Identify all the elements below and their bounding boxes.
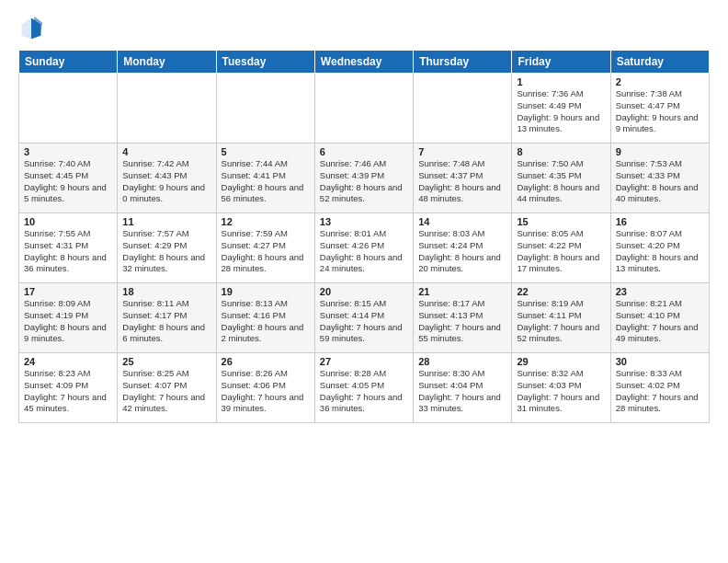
week-row-3: 10Sunrise: 7:55 AM Sunset: 4:31 PM Dayli… (19, 213, 710, 283)
day-info: Sunrise: 8:23 AM Sunset: 4:09 PM Dayligh… (24, 368, 112, 415)
week-row-5: 24Sunrise: 8:23 AM Sunset: 4:09 PM Dayli… (19, 353, 710, 423)
weekday-header-friday: Friday (512, 51, 610, 74)
calendar-cell: 3Sunrise: 7:40 AM Sunset: 4:45 PM Daylig… (19, 144, 118, 213)
weekday-header-wednesday: Wednesday (314, 51, 413, 74)
day-number: 29 (517, 356, 605, 367)
day-info: Sunrise: 7:50 AM Sunset: 4:35 PM Dayligh… (517, 158, 605, 205)
day-number: 13 (320, 216, 408, 227)
page: SundayMondayTuesdayWednesdayThursdayFrid… (0, 0, 728, 563)
calendar-cell: 20Sunrise: 8:15 AM Sunset: 4:14 PM Dayli… (314, 283, 413, 353)
calendar-cell: 9Sunrise: 7:53 AM Sunset: 4:33 PM Daylig… (610, 144, 709, 213)
calendar-cell: 4Sunrise: 7:42 AM Sunset: 4:43 PM Daylig… (118, 144, 216, 213)
day-info: Sunrise: 8:17 AM Sunset: 4:13 PM Dayligh… (418, 298, 506, 345)
calendar-cell: 29Sunrise: 8:32 AM Sunset: 4:03 PM Dayli… (512, 353, 610, 423)
day-info: Sunrise: 7:44 AM Sunset: 4:41 PM Dayligh… (222, 158, 310, 205)
day-info: Sunrise: 7:40 AM Sunset: 4:45 PM Dayligh… (24, 158, 112, 205)
logo (18, 15, 48, 40)
calendar-cell: 6Sunrise: 7:46 AM Sunset: 4:39 PM Daylig… (314, 144, 413, 213)
day-info: Sunrise: 8:01 AM Sunset: 4:26 PM Dayligh… (320, 228, 408, 275)
week-row-2: 3Sunrise: 7:40 AM Sunset: 4:45 PM Daylig… (19, 144, 710, 213)
day-info: Sunrise: 8:30 AM Sunset: 4:04 PM Dayligh… (418, 368, 506, 415)
day-info: Sunrise: 7:55 AM Sunset: 4:31 PM Dayligh… (24, 228, 112, 275)
calendar-cell: 13Sunrise: 8:01 AM Sunset: 4:26 PM Dayli… (314, 213, 413, 283)
calendar-cell: 1Sunrise: 7:36 AM Sunset: 4:49 PM Daylig… (512, 74, 610, 144)
day-info: Sunrise: 7:36 AM Sunset: 4:49 PM Dayligh… (517, 88, 605, 135)
day-number: 5 (222, 146, 310, 157)
day-number: 25 (122, 356, 210, 367)
day-number: 18 (122, 286, 210, 297)
calendar-cell (216, 74, 314, 144)
day-info: Sunrise: 7:53 AM Sunset: 4:33 PM Dayligh… (616, 158, 704, 205)
calendar-cell: 14Sunrise: 8:03 AM Sunset: 4:24 PM Dayli… (414, 213, 512, 283)
calendar-cell: 2Sunrise: 7:38 AM Sunset: 4:47 PM Daylig… (610, 74, 709, 144)
calendar-cell: 19Sunrise: 8:13 AM Sunset: 4:16 PM Dayli… (216, 283, 314, 353)
day-info: Sunrise: 8:13 AM Sunset: 4:16 PM Dayligh… (222, 298, 310, 345)
day-number: 3 (24, 146, 112, 157)
day-number: 22 (517, 286, 605, 297)
day-info: Sunrise: 7:46 AM Sunset: 4:39 PM Dayligh… (320, 158, 408, 205)
day-info: Sunrise: 8:19 AM Sunset: 4:11 PM Dayligh… (517, 298, 605, 345)
calendar-cell (414, 74, 512, 144)
day-number: 30 (616, 356, 704, 367)
weekday-header-sunday: Sunday (19, 51, 118, 74)
day-number: 4 (122, 146, 210, 157)
calendar-cell: 10Sunrise: 7:55 AM Sunset: 4:31 PM Dayli… (19, 213, 118, 283)
calendar-cell (314, 74, 413, 144)
day-info: Sunrise: 8:15 AM Sunset: 4:14 PM Dayligh… (320, 298, 408, 345)
weekday-header-tuesday: Tuesday (216, 51, 314, 74)
day-number: 2 (616, 76, 704, 87)
calendar-cell: 22Sunrise: 8:19 AM Sunset: 4:11 PM Dayli… (512, 283, 610, 353)
calendar-cell: 30Sunrise: 8:33 AM Sunset: 4:02 PM Dayli… (610, 353, 709, 423)
day-info: Sunrise: 8:07 AM Sunset: 4:20 PM Dayligh… (616, 228, 704, 275)
day-info: Sunrise: 7:42 AM Sunset: 4:43 PM Dayligh… (122, 158, 210, 205)
day-info: Sunrise: 8:26 AM Sunset: 4:06 PM Dayligh… (222, 368, 310, 415)
calendar-cell: 17Sunrise: 8:09 AM Sunset: 4:19 PM Dayli… (19, 283, 118, 353)
day-number: 12 (222, 216, 310, 227)
day-info: Sunrise: 8:28 AM Sunset: 4:05 PM Dayligh… (320, 368, 408, 415)
day-number: 16 (616, 216, 704, 227)
day-number: 20 (320, 286, 408, 297)
day-number: 15 (517, 216, 605, 227)
header (18, 15, 710, 40)
calendar-cell (19, 74, 118, 144)
calendar-cell: 7Sunrise: 7:48 AM Sunset: 4:37 PM Daylig… (414, 144, 512, 213)
calendar-cell: 25Sunrise: 8:25 AM Sunset: 4:07 PM Dayli… (118, 353, 216, 423)
day-number: 17 (24, 286, 112, 297)
day-info: Sunrise: 8:09 AM Sunset: 4:19 PM Dayligh… (24, 298, 112, 345)
day-number: 28 (418, 356, 506, 367)
weekday-header-thursday: Thursday (414, 51, 512, 74)
day-number: 6 (320, 146, 408, 157)
calendar-cell: 24Sunrise: 8:23 AM Sunset: 4:09 PM Dayli… (19, 353, 118, 423)
day-info: Sunrise: 8:05 AM Sunset: 4:22 PM Dayligh… (517, 228, 605, 275)
calendar-cell: 16Sunrise: 8:07 AM Sunset: 4:20 PM Dayli… (610, 213, 709, 283)
day-number: 24 (24, 356, 112, 367)
calendar-cell: 27Sunrise: 8:28 AM Sunset: 4:05 PM Dayli… (314, 353, 413, 423)
calendar-cell: 26Sunrise: 8:26 AM Sunset: 4:06 PM Dayli… (216, 353, 314, 423)
day-number: 11 (122, 216, 210, 227)
calendar-cell: 23Sunrise: 8:21 AM Sunset: 4:10 PM Dayli… (610, 283, 709, 353)
day-number: 7 (418, 146, 506, 157)
day-info: Sunrise: 8:21 AM Sunset: 4:10 PM Dayligh… (616, 298, 704, 345)
day-number: 8 (517, 146, 605, 157)
day-info: Sunrise: 7:59 AM Sunset: 4:27 PM Dayligh… (222, 228, 310, 275)
logo-icon (18, 15, 44, 40)
day-info: Sunrise: 7:57 AM Sunset: 4:29 PM Dayligh… (122, 228, 210, 275)
calendar-cell: 12Sunrise: 7:59 AM Sunset: 4:27 PM Dayli… (216, 213, 314, 283)
day-info: Sunrise: 8:33 AM Sunset: 4:02 PM Dayligh… (616, 368, 704, 415)
calendar-cell: 18Sunrise: 8:11 AM Sunset: 4:17 PM Dayli… (118, 283, 216, 353)
weekday-header-monday: Monday (118, 51, 216, 74)
calendar-cell: 21Sunrise: 8:17 AM Sunset: 4:13 PM Dayli… (414, 283, 512, 353)
day-info: Sunrise: 7:38 AM Sunset: 4:47 PM Dayligh… (616, 88, 704, 135)
calendar-cell: 11Sunrise: 7:57 AM Sunset: 4:29 PM Dayli… (118, 213, 216, 283)
day-info: Sunrise: 8:03 AM Sunset: 4:24 PM Dayligh… (418, 228, 506, 275)
calendar-cell: 15Sunrise: 8:05 AM Sunset: 4:22 PM Dayli… (512, 213, 610, 283)
day-number: 9 (616, 146, 704, 157)
day-number: 23 (616, 286, 704, 297)
day-info: Sunrise: 7:48 AM Sunset: 4:37 PM Dayligh… (418, 158, 506, 205)
day-info: Sunrise: 8:11 AM Sunset: 4:17 PM Dayligh… (122, 298, 210, 345)
day-number: 26 (222, 356, 310, 367)
day-number: 14 (418, 216, 506, 227)
weekday-header-saturday: Saturday (610, 51, 709, 74)
day-info: Sunrise: 8:32 AM Sunset: 4:03 PM Dayligh… (517, 368, 605, 415)
weekday-header-row: SundayMondayTuesdayWednesdayThursdayFrid… (19, 51, 710, 74)
